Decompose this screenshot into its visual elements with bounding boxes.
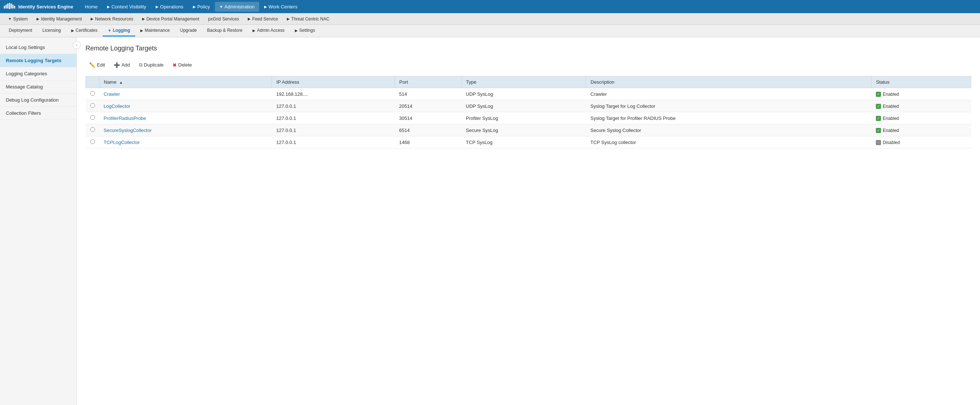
row-radio-logcollector[interactable] — [90, 103, 95, 108]
row-select-cell[interactable] — [86, 136, 99, 148]
row-radio-profilerradiusprobe[interactable] — [90, 115, 95, 120]
tab-logging[interactable]: ▼Logging — [103, 25, 135, 37]
tab-settings[interactable]: ▶Settings — [290, 25, 320, 37]
status-badge: ✓Enabled — [876, 104, 899, 109]
row-port-cell: 20514 — [395, 100, 461, 112]
nav-home[interactable]: Home — [80, 2, 102, 12]
col-port: Port — [395, 77, 461, 88]
row-select-cell[interactable] — [86, 88, 99, 100]
sidebar-item-remote-logging-targets[interactable]: Remote Logging Targets — [0, 54, 76, 67]
status-badge: ✓Enabled — [876, 128, 899, 133]
col-type: Type — [461, 77, 586, 88]
nav-device-portal-management[interactable]: ▶Device Portal Management — [138, 14, 204, 23]
nav-policy[interactable]: ▶Policy — [189, 2, 215, 12]
nav-identity-management[interactable]: ▶Identity Management — [32, 14, 86, 23]
delete-icon: ✖ — [172, 62, 177, 68]
row-description-cell: Syslog Target for Profiler RADIUS Probe — [586, 112, 872, 124]
row-ip-cell: 127.0.0.1 — [272, 100, 395, 112]
sidebar-item-local-log-settings[interactable]: Local Log Settings — [0, 41, 76, 54]
row-type-cell: Secure SysLog — [461, 124, 586, 136]
status-label: Disabled — [883, 140, 900, 145]
edit-button[interactable]: ✏️ Edit — [86, 61, 108, 69]
status-icon: ✓ — [876, 104, 881, 109]
nav-pxgrid-services[interactable]: pxGrid Services — [204, 14, 243, 23]
row-description-cell: Syslog Target for Log Collector — [586, 100, 872, 112]
sort-arrow-name: ▲ — [119, 80, 123, 85]
sidebar-item-logging-categories[interactable]: Logging Categories — [0, 67, 76, 80]
sidebar-item-message-catalog[interactable]: Message Catalog — [0, 80, 76, 94]
status-badge: ○Disabled — [876, 140, 900, 145]
row-status-cell: ✓Enabled — [872, 88, 971, 100]
add-icon: ➕ — [114, 62, 120, 68]
status-icon: ✓ — [876, 116, 881, 121]
tab-maintenance[interactable]: ▶Maintenance — [135, 25, 175, 37]
row-name-cell[interactable]: LogCollector — [99, 100, 272, 112]
row-ip-cell: 127.0.0.1 — [272, 124, 395, 136]
col-description: Description — [586, 77, 872, 88]
col-select — [86, 77, 99, 88]
row-type-cell: UDP SysLog — [461, 100, 586, 112]
row-name-link-logcollector[interactable]: LogCollector — [104, 104, 130, 109]
row-port-cell: 1468 — [395, 136, 461, 148]
row-ip-cell: 192.168.128.... — [272, 88, 395, 100]
col-name[interactable]: Name ▲ — [99, 77, 272, 88]
status-label: Enabled — [883, 92, 899, 97]
brand: Identity Services Engine — [4, 3, 73, 10]
row-ip-cell: 127.0.0.1 — [272, 136, 395, 148]
row-select-cell[interactable] — [86, 100, 99, 112]
row-port-cell: 6514 — [395, 124, 461, 136]
row-name-link-crawler[interactable]: Crawler — [104, 91, 120, 97]
sidebar-collapse-button[interactable]: ‹ — [73, 41, 81, 49]
nav-context-visibility[interactable]: ▶Context Visibility — [103, 2, 151, 12]
row-radio-crawler[interactable] — [90, 91, 95, 96]
table-row: ProfilerRadiusProbe127.0.0.130514Profile… — [86, 112, 971, 124]
row-type-cell: Profiler SysLog — [461, 112, 586, 124]
row-radio-securesyslogcollector[interactable] — [90, 127, 95, 132]
duplicate-icon: ⧉ — [139, 62, 143, 68]
svg-rect-0 — [4, 6, 5, 9]
col-ip-address: IP Address — [272, 77, 395, 88]
tab-deployment[interactable]: Deployment — [4, 25, 37, 37]
sidebar-item-collection-filters[interactable]: Collection Filters — [0, 107, 76, 120]
table-row: LogCollector127.0.0.120514UDP SysLogSysl… — [86, 100, 971, 112]
add-button[interactable]: ➕ Add — [110, 61, 134, 69]
third-nav: Deployment Licensing ▶Certificates ▼Logg… — [0, 25, 980, 37]
tab-admin-access[interactable]: ▶Admin Access — [247, 25, 290, 37]
delete-button[interactable]: ✖ Delete — [169, 61, 196, 69]
nav-network-resources[interactable]: ▶Network Resources — [86, 14, 138, 23]
row-select-cell[interactable] — [86, 124, 99, 136]
tab-licensing[interactable]: Licensing — [37, 25, 66, 37]
toolbar: ✏️ Edit ➕ Add ⧉ Duplicate ✖ Delete — [86, 58, 971, 72]
tab-upgrade[interactable]: Upgrade — [175, 25, 202, 37]
row-name-cell[interactable]: Crawler — [99, 88, 272, 100]
nav-operations[interactable]: ▶Operations — [151, 2, 188, 12]
nav-threat-centric-nac[interactable]: ▶Threat Centric NAC — [282, 14, 334, 23]
row-radio-tcplogcollector[interactable] — [90, 139, 95, 144]
tab-backup-restore[interactable]: Backup & Restore — [202, 25, 248, 37]
nav-work-centers[interactable]: ▶Work Centers — [260, 2, 302, 12]
row-name-cell[interactable]: ProfilerRadiusProbe — [99, 112, 272, 124]
row-name-cell[interactable]: TCPLogCollector — [99, 136, 272, 148]
sidebar-item-debug-log-configuration[interactable]: Debug Log Configuration — [0, 94, 76, 107]
col-status: Status — [872, 77, 971, 88]
tab-certificates[interactable]: ▶Certificates — [66, 25, 103, 37]
duplicate-button[interactable]: ⧉ Duplicate — [135, 60, 167, 69]
main-layout: ‹ Local Log Settings Remote Logging Targ… — [0, 37, 980, 405]
nav-system[interactable]: ▼System — [4, 14, 32, 23]
table-row: Crawler192.168.128....514UDP SysLogCrawl… — [86, 88, 971, 100]
row-select-cell[interactable] — [86, 112, 99, 124]
svg-rect-2 — [7, 4, 8, 9]
row-name-cell[interactable]: SecureSyslogCollector — [99, 124, 272, 136]
nav-feed-service[interactable]: ▶Feed Service — [243, 14, 282, 23]
sidebar: ‹ Local Log Settings Remote Logging Targ… — [0, 37, 77, 405]
row-port-cell: 514 — [395, 88, 461, 100]
svg-rect-5 — [13, 5, 14, 9]
table-row: SecureSyslogCollector127.0.0.16514Secure… — [86, 124, 971, 136]
brand-name: Identity Services Engine — [18, 4, 73, 10]
row-name-link-securesyslogcollector[interactable]: SecureSyslogCollector — [104, 128, 152, 133]
row-name-link-tcplogcollector[interactable]: TCPLogCollector — [104, 140, 140, 145]
row-description-cell: Crawler — [586, 88, 872, 100]
nav-administration[interactable]: ▼Administration — [215, 2, 259, 12]
row-name-link-profilerradiusprobe[interactable]: ProfilerRadiusProbe — [104, 115, 146, 121]
row-status-cell: ✓Enabled — [872, 100, 971, 112]
